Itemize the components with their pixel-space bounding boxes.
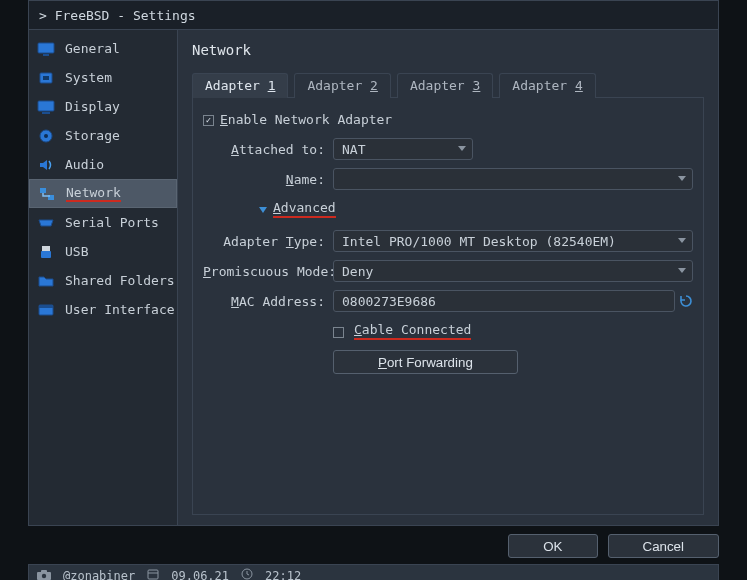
monitor-icon bbox=[37, 41, 55, 57]
chevron-down-icon bbox=[678, 238, 686, 243]
svg-rect-3 bbox=[43, 76, 49, 80]
disclosure-triangle-icon bbox=[259, 207, 267, 213]
sidebar-item-general[interactable]: General bbox=[29, 34, 177, 63]
adapter-tabs: Adapter 1 Adapter 2 Adapter 3 Adapter 4 bbox=[192, 72, 704, 98]
promiscuous-mode-select[interactable]: Deny bbox=[333, 260, 693, 282]
status-bar: @zonabiner 09.06.21 22:12 bbox=[28, 564, 719, 580]
svg-rect-10 bbox=[42, 246, 50, 251]
settings-sidebar: General System Display Storage Audio bbox=[29, 30, 177, 525]
chevron-down-icon bbox=[458, 146, 466, 151]
adapter-type-select[interactable]: Intel PRO/1000 MT Desktop (82540EM) bbox=[333, 230, 693, 252]
sidebar-item-label: System bbox=[65, 70, 112, 85]
sidebar-item-label: Audio bbox=[65, 157, 104, 172]
folder-icon bbox=[37, 273, 55, 289]
sidebar-item-label: Serial Ports bbox=[65, 215, 159, 230]
network-icon bbox=[38, 186, 56, 202]
port-forwarding-button[interactable]: Port Forwarding bbox=[333, 350, 518, 374]
svg-rect-11 bbox=[41, 251, 51, 258]
name-select[interactable] bbox=[333, 168, 693, 190]
svg-point-7 bbox=[44, 134, 48, 138]
serial-port-icon bbox=[37, 215, 55, 231]
sidebar-item-usb[interactable]: USB bbox=[29, 237, 177, 266]
chevron-down-icon bbox=[678, 268, 686, 273]
speaker-icon bbox=[37, 157, 55, 173]
svg-rect-13 bbox=[39, 305, 53, 308]
tab-adapter-1[interactable]: Adapter 1 bbox=[192, 73, 288, 98]
svg-point-16 bbox=[42, 574, 46, 578]
sidebar-item-storage[interactable]: Storage bbox=[29, 121, 177, 150]
tab-adapter-2[interactable]: Adapter 2 bbox=[294, 73, 390, 98]
ui-icon bbox=[37, 302, 55, 318]
svg-rect-0 bbox=[38, 43, 54, 53]
status-time: 22:12 bbox=[265, 569, 301, 581]
usb-icon bbox=[37, 244, 55, 260]
dialog-buttons: OK Cancel bbox=[28, 534, 719, 558]
enable-adapter-label: Enable Network Adapter bbox=[220, 112, 392, 127]
sidebar-item-label: Storage bbox=[65, 128, 120, 143]
svg-rect-8 bbox=[40, 188, 46, 193]
sidebar-item-network[interactable]: Network bbox=[29, 179, 177, 208]
attached-to-label: Attached to: bbox=[203, 142, 333, 157]
calendar-icon bbox=[147, 568, 159, 580]
chip-icon bbox=[37, 70, 55, 86]
cancel-button[interactable]: Cancel bbox=[608, 534, 720, 558]
refresh-mac-button[interactable] bbox=[679, 294, 693, 308]
sidebar-item-label: USB bbox=[65, 244, 88, 259]
name-label: Name: bbox=[203, 172, 333, 187]
sidebar-item-label: Shared Folders bbox=[65, 273, 175, 288]
attached-to-select[interactable]: NAT bbox=[333, 138, 473, 160]
tab-adapter-4[interactable]: Adapter 4 bbox=[499, 73, 595, 98]
cable-connected-label: Cable Connected bbox=[354, 322, 471, 340]
ok-button[interactable]: OK bbox=[508, 534, 597, 558]
advanced-disclosure[interactable]: Advanced bbox=[203, 200, 344, 218]
sidebar-item-label: General bbox=[65, 41, 120, 56]
clock-icon bbox=[241, 568, 253, 580]
sidebar-item-label: Network bbox=[66, 185, 121, 202]
page-title: Network bbox=[192, 42, 704, 58]
content-panel: Network Adapter 1 Adapter 2 Adapter 3 Ad… bbox=[177, 30, 718, 525]
adapter-panel: ✓ Enable Network Adapter Attached to: NA… bbox=[192, 98, 704, 515]
enable-adapter-row: ✓ Enable Network Adapter bbox=[203, 108, 693, 130]
chevron-down-icon bbox=[678, 176, 686, 181]
status-user: @zonabiner bbox=[63, 569, 135, 581]
sidebar-item-sharedfolders[interactable]: Shared Folders bbox=[29, 266, 177, 295]
promiscuous-mode-label: Promiscuous Mode: bbox=[203, 264, 333, 279]
mac-address-input[interactable]: 0800273E9686 bbox=[333, 290, 675, 312]
sidebar-item-userinterface[interactable]: User Interface bbox=[29, 295, 177, 324]
svg-rect-17 bbox=[148, 570, 158, 579]
svg-rect-4 bbox=[38, 101, 54, 111]
tab-adapter-3[interactable]: Adapter 3 bbox=[397, 73, 493, 98]
display-icon bbox=[37, 99, 55, 115]
window-title: > FreeBSD - Settings bbox=[39, 8, 196, 23]
svg-rect-5 bbox=[42, 112, 50, 114]
sidebar-item-serialports[interactable]: Serial Ports bbox=[29, 208, 177, 237]
sidebar-item-label: User Interface bbox=[65, 302, 175, 317]
settings-window: General System Display Storage Audio bbox=[28, 29, 719, 526]
svg-rect-1 bbox=[43, 54, 49, 56]
sidebar-item-system[interactable]: System bbox=[29, 63, 177, 92]
mac-address-label: MAC Address: bbox=[203, 294, 333, 309]
disk-icon bbox=[37, 128, 55, 144]
enable-adapter-checkbox[interactable]: ✓ bbox=[203, 115, 214, 126]
sidebar-item-audio[interactable]: Audio bbox=[29, 150, 177, 179]
cable-connected-checkbox[interactable] bbox=[333, 327, 344, 338]
svg-rect-15 bbox=[41, 570, 47, 573]
window-titlebar: > FreeBSD - Settings bbox=[28, 0, 719, 29]
sidebar-item-display[interactable]: Display bbox=[29, 92, 177, 121]
adapter-type-label: Adapter Type: bbox=[203, 234, 333, 249]
sidebar-item-label: Display bbox=[65, 99, 120, 114]
camera-icon bbox=[37, 570, 51, 580]
status-date: 09.06.21 bbox=[171, 569, 229, 581]
